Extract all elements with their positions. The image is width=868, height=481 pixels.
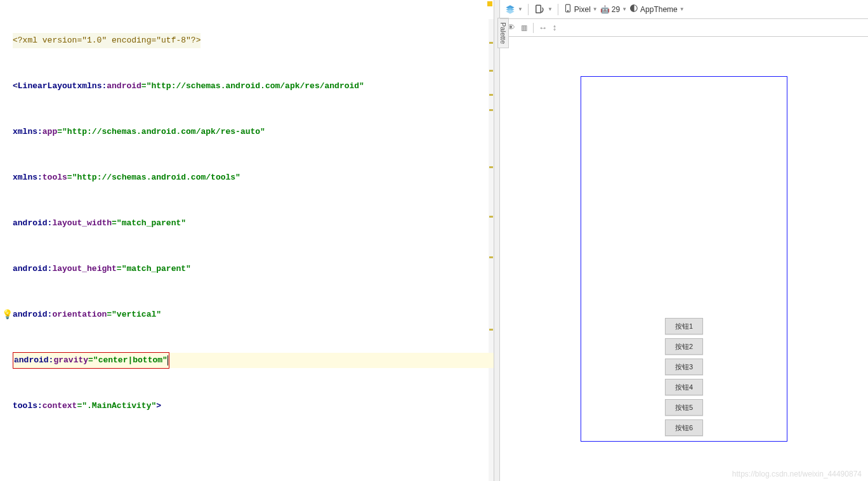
fold-icon[interactable]: ⊟ — [15, 79, 18, 94]
marker[interactable] — [489, 329, 493, 331]
preview-button-1[interactable]: 按钮1 — [665, 318, 703, 334]
svg-rect-0 — [536, 5, 541, 13]
code-area[interactable]: <?xml version="1.0" encoding="utf-8"?> ⊟… — [0, 0, 494, 481]
text-cursor — [168, 355, 168, 366]
preview-button-3[interactable]: 按钮3 — [665, 359, 703, 375]
marker[interactable] — [489, 166, 493, 168]
marker[interactable] — [489, 109, 493, 111]
marker[interactable] — [489, 94, 493, 96]
device-frame: 按钮1 按钮2 按钮3 按钮4 按钮5 按钮6 — [581, 76, 787, 442]
blueprint-icon[interactable]: ▥ — [522, 22, 527, 33]
preview-button-6[interactable]: 按钮6 — [665, 419, 703, 436]
xml-declaration: <?xml version="1.0" encoding="utf-8"?> — [13, 33, 201, 48]
root-tag: <LinearLayout — [13, 79, 77, 94]
expand-vertical-icon[interactable]: ↕ — [552, 23, 557, 33]
lightbulb-icon[interactable]: 💡 — [2, 307, 13, 322]
device-label: Pixel — [574, 5, 591, 14]
theme-dropdown[interactable]: AppTheme▼ — [629, 4, 685, 15]
watermark: https://blog.csdn.net/weixin_44490874 — [732, 470, 862, 478]
svg-point-2 — [567, 11, 568, 11]
api-label: 29 — [612, 5, 620, 14]
design-surface-dropdown[interactable] — [505, 4, 515, 15]
split-bar[interactable] — [494, 0, 500, 481]
marker[interactable] — [489, 256, 493, 258]
layout-preview-pane: Palette ▼ ▼ Pixel▼ 🤖 29▼ AppTheme▼ 👁 ▥ ↔… — [500, 0, 868, 481]
device-dropdown[interactable]: Pixel▼ — [563, 3, 598, 16]
design-surface[interactable]: 按钮1 按钮2 按钮3 按钮4 按钮5 按钮6 https://blog.csd… — [500, 37, 868, 481]
orientation-dropdown[interactable] — [534, 4, 545, 15]
marker[interactable] — [489, 70, 493, 72]
api-dropdown[interactable]: 🤖 29▼ — [600, 5, 627, 14]
expand-horizontal-icon[interactable]: ↔ — [540, 23, 545, 33]
theme-label: AppTheme — [640, 5, 678, 14]
inspection-indicator[interactable] — [487, 1, 492, 6]
preview-button-4[interactable]: 按钮4 — [665, 379, 703, 395]
preview-button-2[interactable]: 按钮2 — [665, 338, 703, 355]
view-options-toolbar: 👁 ▥ ↔ ↕ — [500, 19, 868, 37]
code-editor-pane: <?xml version="1.0" encoding="utf-8"?> ⊟… — [0, 0, 494, 481]
design-toolbar: ▼ ▼ Pixel▼ 🤖 29▼ AppTheme▼ — [500, 0, 868, 19]
preview-button-5[interactable]: 按钮5 — [665, 399, 703, 416]
fold-icon[interactable]: ⊟ — [16, 353, 20, 368]
